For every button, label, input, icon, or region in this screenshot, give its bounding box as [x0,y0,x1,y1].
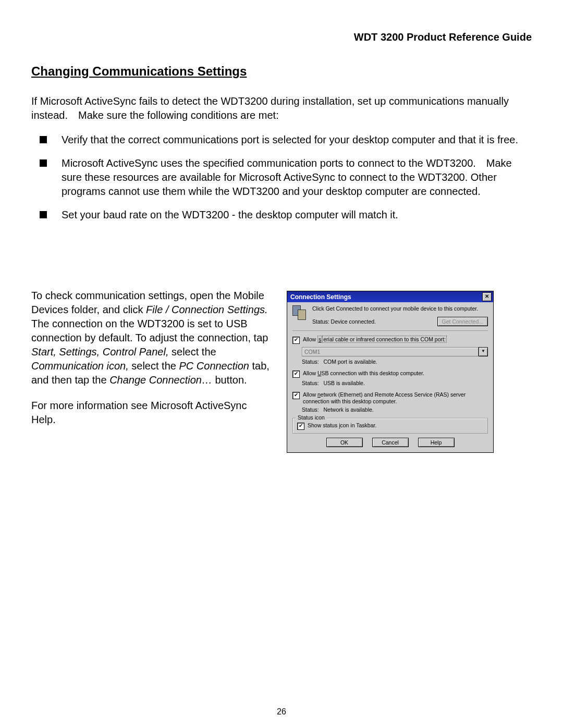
bullet-item: Verify that the correct communications p… [36,133,532,156]
usb-checkbox-row[interactable]: ✔ Allow USB connection with this desktop… [292,370,488,378]
status-value: USB is available. [323,380,364,386]
section-title: Changing Communications Settings [31,64,532,79]
checkbox-icon[interactable]: ✔ [292,337,300,344]
status-label: Status: [302,380,319,386]
help-button[interactable]: Help [418,438,455,447]
document-header: WDT 3200 Product Reference Guide [31,31,532,43]
text: etwork (Ethernet) and Remote Access Serv… [303,391,466,404]
bullet-list: Verify that the correct communications p… [31,133,532,231]
connection-settings-dialog: Connection Settings ✕ Click Get Connecte… [287,291,494,453]
cancel-button[interactable]: Cancel [372,438,409,447]
text-italic: PC Connection [179,360,249,372]
text-underline: U [317,370,322,376]
text: Allow [303,370,317,376]
show-icon-checkbox-row[interactable]: ✔ Show status icon in Taskbar. [297,422,483,430]
status-label: Status: [302,406,319,413]
status-value: Network is available. [323,406,373,413]
text: select the [168,346,216,357]
status-label: Status: [312,318,329,325]
dialog-titlebar[interactable]: Connection Settings ✕ [287,291,493,302]
text: button. [212,374,247,386]
text: Show status [308,422,339,428]
com-port-combobox[interactable]: COM1 ▼ [302,347,488,356]
dropdown-icon[interactable]: ▼ [479,347,488,356]
dialog-instruction: Click Get Connected to connect your mobi… [312,305,488,312]
text-italic: File / Connection Settings. [146,304,267,315]
intro-paragraph: If Microsoft ActiveSync fails to detect … [31,94,532,122]
text: Allow [303,336,317,342]
text: The connection on the WDT3200 is set to … [31,318,268,343]
text: select the [129,360,179,372]
get-connected-button[interactable]: Get Connected... [437,317,488,326]
text: erial cable or infrared connection to th… [322,336,447,343]
text-italic: Communication icon, [31,360,129,372]
bullet-item: Set your baud rate on the WDT3200 - the … [36,208,532,231]
dialog-title: Connection Settings [290,293,351,301]
help-paragraph: For more information see Microsoft Activ… [31,399,271,427]
checkbox-icon[interactable]: ✔ [292,392,300,399]
network-checkbox-row[interactable]: ✔ Allow network (Ethernet) and Remote Ac… [292,391,488,404]
text-underline: s [317,336,322,343]
bullet-item: Microsoft ActiveSync uses the specified … [36,156,532,208]
com-port-value: COM1 [302,347,479,356]
close-button[interactable]: ✕ [482,292,492,301]
group-legend: Status icon [296,414,326,421]
sync-icon [292,305,307,326]
text-italic: Start, Settings, Control Panel, [31,346,168,357]
text: con in Taskbar. [340,422,376,428]
checkbox-icon[interactable]: ✔ [297,423,304,430]
ok-button[interactable]: OK [326,438,363,447]
status-icon-group: Status icon ✔ Show status icon in Taskba… [292,418,488,434]
instructions-column: To check communication settings, open th… [31,289,271,438]
status-value: COM port is available. [323,359,377,365]
text-italic: Change Connection… [109,374,212,386]
page-number: 26 [0,707,563,717]
status-value: Device connected. [331,318,376,325]
checkbox-icon[interactable]: ✔ [292,371,300,378]
serial-checkbox-row[interactable]: ✔ Allow serial cable or infrared connect… [292,336,488,344]
text: SB connection with this desktop computer… [322,370,424,376]
text: Allow [303,391,317,398]
status-label: Status: [302,359,319,365]
